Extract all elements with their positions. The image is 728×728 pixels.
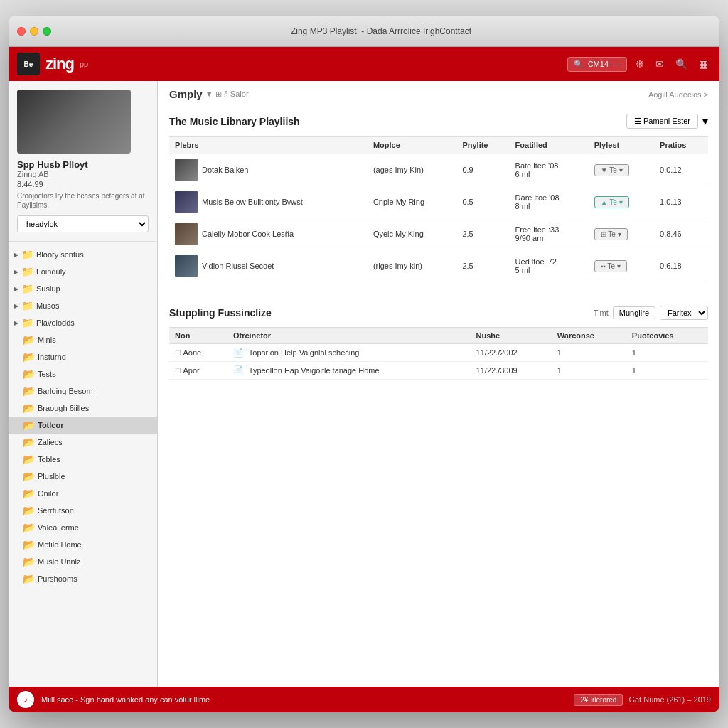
maximize-button[interactable] xyxy=(43,27,51,36)
sidebar-item-barloing[interactable]: 📂 Barloing Besom xyxy=(9,382,157,400)
row-otrcinetor: 📄 Typeollon Hap Vaigoitle tanage Home xyxy=(228,362,471,380)
brand-sub: pp xyxy=(80,60,88,68)
sidebar-item-minis[interactable]: 📂 Minis xyxy=(9,331,157,348)
section2: Stuppling Fussinclize Timt Munglire Farl… xyxy=(158,297,719,388)
search2-icon[interactable]: 🔍 xyxy=(673,55,690,73)
play-button[interactable]: ▪▪ Te ▾ xyxy=(594,260,627,272)
nav-label: Metile Home xyxy=(38,540,82,549)
nav-label: Purshooms xyxy=(38,574,77,583)
sidebar-item-tests[interactable]: 📂 Tests xyxy=(9,365,157,382)
section1-header: The Music Libnary Playliish ☰ Pamenl Est… xyxy=(169,114,708,129)
section1-title: The Music Libnary Playliish xyxy=(169,116,300,127)
sidebar-item-metile[interactable]: 📂 Metile Home xyxy=(9,536,157,553)
sidebar-item-zaliecs[interactable]: 📂 Zaliecs xyxy=(9,434,157,451)
sidebar-item-musie[interactable]: 📂 Musie Unnlz xyxy=(9,553,157,570)
nav-label: Plavelodds xyxy=(36,318,75,327)
col-nushe: Nushe xyxy=(471,328,552,344)
sidebar-item-totlcor[interactable]: 📂 Totlcor xyxy=(9,417,157,434)
track-name-cell: Musis Below Builtionty Bvwst xyxy=(169,186,368,218)
track-thumbnail xyxy=(175,223,198,245)
sidebar-item-serrtutson[interactable]: 📂 Serrtutson xyxy=(9,502,157,519)
mail-icon[interactable]: ✉ xyxy=(653,55,667,73)
status-action-button[interactable]: 2¥ Irlerored xyxy=(574,694,623,706)
col-moplce: Moplce xyxy=(368,136,457,154)
section1-actions: ☰ Pamenl Ester ▾ xyxy=(626,114,708,129)
breadcrumb: Gmply ▼ ⊞ § Salor xyxy=(169,88,249,100)
sidebar-item-braough[interactable]: 📂 Braough 6iilles xyxy=(9,400,157,417)
track-thumbnail xyxy=(175,159,198,181)
sidebar-item-insturnd[interactable]: 📂 Insturnd xyxy=(9,348,157,365)
sidebar-item-valeal[interactable]: 📂 Valeal erme xyxy=(9,519,157,536)
track-foatilled: Free ltee :339/90 am xyxy=(510,218,589,250)
table-row: ☐ Apor 📄 Typeollon Hap Vaigoitle tanage … xyxy=(169,362,708,380)
track-plylest[interactable]: ▼ Te ▾ xyxy=(589,154,654,186)
close-button[interactable] xyxy=(17,27,26,36)
nav-label: Onilor xyxy=(38,489,58,498)
track-plylest[interactable]: ⊞ Te ▾ xyxy=(589,218,654,250)
pamenl-ester-button[interactable]: ☰ Pamenl Ester xyxy=(626,114,698,129)
music-library-section: The Music Libnary Playliish ☰ Pamenl Est… xyxy=(158,105,719,291)
status-play-icon[interactable]: ♪ xyxy=(17,691,34,708)
filter-label: Timt xyxy=(594,309,609,317)
minimize-button[interactable] xyxy=(30,27,38,36)
folder-icon: 📁 xyxy=(21,266,33,277)
track-pratios: 1.0.13 xyxy=(654,186,708,218)
grid-icon[interactable]: ▦ xyxy=(696,55,711,73)
track-name: Vidion Rlusel Secoet xyxy=(202,262,274,270)
header-search-box[interactable]: 🔍 CM14 — xyxy=(567,57,627,72)
nav-label: Barloing Besom xyxy=(38,387,93,395)
dropdown-arrow-icon[interactable]: ▾ xyxy=(702,114,708,128)
sidebar-item-plavelodds[interactable]: ▶ 📁 Plavelodds xyxy=(9,314,157,331)
row-check: ☐ Aone xyxy=(169,344,228,362)
track-moplce: Cnple My Ring xyxy=(368,186,457,218)
table-row: Dotak Balkeh (ages Imy Kin) 0.9 Bate lte… xyxy=(169,154,708,186)
play-button[interactable]: ▲ Te ▾ xyxy=(594,196,629,208)
track-plylest[interactable]: ▲ Te ▾ xyxy=(589,186,654,218)
folder-yellow-icon: 📂 xyxy=(23,419,35,431)
nav-label: Valeal erme xyxy=(38,523,79,532)
folder-icon: 📁 xyxy=(21,249,33,260)
track-name-cell: Dotak Balkeh xyxy=(169,154,368,186)
table-row: ☐ Aone 📄 Toparlon Help Vaignlal schecing… xyxy=(169,344,708,362)
table-row: Musis Below Builtionty Bvwst Cnple My Ri… xyxy=(169,186,708,218)
search-value: CM14 xyxy=(588,60,609,68)
sidebar-item-tobles[interactable]: 📂 Tobles xyxy=(9,451,157,468)
section2-header: Stuppling Fussinclize Timt Munglire Farl… xyxy=(169,306,708,320)
sidebar-item-purshooms[interactable]: 📂 Purshooms xyxy=(9,570,157,587)
row-type: Aone xyxy=(183,348,201,357)
table-row: Vidion Rlusel Secoet (riges Imy kin) 2.5… xyxy=(169,250,708,282)
sidebar-item-pluslble[interactable]: 📂 Pluslble xyxy=(9,468,157,485)
nav-label: Serrtutson xyxy=(38,506,74,515)
play-button[interactable]: ▼ Te ▾ xyxy=(594,164,629,176)
track-plylest[interactable]: ▪▪ Te ▾ xyxy=(589,250,654,282)
status-right: 2¥ Irlerored Gat Nume (261) – 2019 xyxy=(574,694,711,706)
track-moplce: (riges Imy kin) xyxy=(368,250,457,282)
table-header-row: Plebrs Moplce Pnylite Foatilled Plylest … xyxy=(169,136,708,154)
see-all-link[interactable]: Aogill Audecios > xyxy=(648,90,708,99)
folder-yellow-icon: 📂 xyxy=(23,573,35,584)
col-plebrs: Plebrs xyxy=(169,136,368,154)
sidebar-item-onilor[interactable]: 📂 Onilor xyxy=(9,485,157,502)
chevron-right-icon: ▶ xyxy=(14,269,18,275)
sidebar-item-bloory[interactable]: ▶ 📁 Bloory sentus xyxy=(9,246,157,263)
nav-label: Tobles xyxy=(38,455,60,464)
row-warconse: 1 xyxy=(552,362,626,380)
sidebar-item-foinduly[interactable]: ▶ 📁 Foinduly xyxy=(9,263,157,280)
sidebar-item-musos[interactable]: ▶ 📁 Musos xyxy=(9,297,157,314)
profile-dropdown[interactable]: headylok xyxy=(17,215,149,232)
folder-yellow-icon: 📂 xyxy=(23,368,35,380)
row-nushe: 11/22./3009 xyxy=(471,362,552,380)
nav-label: Minis xyxy=(38,336,56,344)
checkbox-icon: ☐ xyxy=(175,367,181,375)
col-non: Non xyxy=(169,328,228,344)
profile-score: 8.44.99 xyxy=(17,180,149,188)
chevron-right-icon: ▶ xyxy=(14,252,18,258)
filter-farltex-select[interactable]: Farltex xyxy=(660,306,708,320)
row-otrcinetor: 📄 Toparlon Help Vaignlal schecing xyxy=(228,344,471,362)
track-name: Musis Below Builtionty Bvwst xyxy=(202,198,303,206)
nav-label: Insturnd xyxy=(38,353,66,361)
sidebar-item-suslup[interactable]: ▶ 📁 Suslup xyxy=(9,280,157,297)
play-button[interactable]: ⊞ Te ▾ xyxy=(594,228,628,240)
filter-munglire-button[interactable]: Munglire xyxy=(613,306,655,319)
settings-icon[interactable]: ❊ xyxy=(633,55,647,73)
